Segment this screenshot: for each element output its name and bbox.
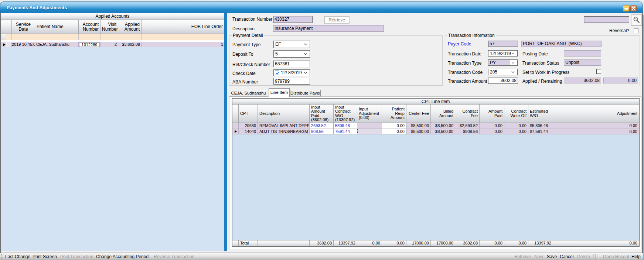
patient-resp-amount-column-header[interactable]: Patient Resp Amount: [382, 105, 406, 123]
applied-account-row[interactable]: 2019 10:45:0 CEJA, Sudhanshu 1012289 2 $…: [1, 42, 224, 47]
billed-amount-cell[interactable]: $8,500.00: [431, 123, 455, 129]
tab-line-item[interactable]: Line Item: [269, 88, 290, 97]
patient-name-column-header[interactable]: Patient Name: [35, 20, 79, 34]
adjustment-cell[interactable]: 0.00: [553, 129, 639, 134]
row-indicator-column-header[interactable]: [1, 20, 6, 34]
transaction-type-combo[interactable]: PY: [488, 59, 518, 66]
patient-name-cell[interactable]: CEJA, Sudhanshu: [35, 42, 79, 47]
amount-paid-cell[interactable]: 0.00: [480, 129, 504, 134]
filter-cell[interactable]: [12, 34, 35, 40]
input-contract-wo-column-header[interactable]: Input Contract W/O (13397.92): [334, 105, 357, 123]
ref-check-number-input[interactable]: 687361: [273, 61, 310, 67]
description-cell[interactable]: ADJT TIS TRNS/REARGM: [258, 129, 310, 134]
billed-amount-column-header[interactable]: Billed Amount: [431, 105, 455, 123]
filter-cell[interactable]: [35, 34, 79, 40]
adjustment-column-header[interactable]: Adjustment: [553, 105, 639, 123]
close-button[interactable]: ✕: [630, 5, 637, 11]
input-contract-wo-cell[interactable]: 7591.44: [334, 129, 357, 134]
cancel-menu-item[interactable]: Cancel: [560, 254, 573, 259]
filter-cell[interactable]: [79, 34, 100, 40]
contract-fee-cell[interactable]: $2,693.52: [455, 123, 480, 129]
description-cell[interactable]: REMOVAL IMPLANT DEEP: [258, 123, 310, 129]
selector-column-header[interactable]: [6, 20, 12, 34]
tab-patient-name[interactable]: CEJA, Sudhanshu: [230, 90, 267, 96]
amount-paid-column-header[interactable]: Amount Paid: [480, 105, 504, 123]
estimated-wo-cell[interactable]: $7,591.44: [528, 129, 553, 134]
center-fee-cell[interactable]: $8,500.00: [406, 129, 431, 134]
filter-cell[interactable]: [118, 34, 142, 40]
contract-writeoff-cell[interactable]: 0.00: [504, 129, 528, 134]
open-recent-menu-item[interactable]: Open Recent: [603, 254, 629, 259]
eob-line-order-cell[interactable]: 1: [142, 42, 224, 47]
check-date-picker[interactable]: 12/ 8/2019: [273, 69, 310, 76]
print-screen-menu-item[interactable]: Print Screen: [33, 254, 57, 259]
retrieve-button[interactable]: Retrieve: [324, 16, 350, 24]
applied-amount-cell[interactable]: $3,602.08: [118, 42, 142, 47]
reverse-transaction-menu-item[interactable]: Reverse Transaction: [154, 254, 194, 259]
new-menu-item[interactable]: New: [534, 254, 543, 259]
payment-type-combo[interactable]: EF: [273, 41, 310, 48]
post-transaction-menu-item[interactable]: Post Transaction: [60, 254, 93, 259]
account-number-value[interactable]: 1012289: [79, 42, 100, 47]
estimated-wo-column-header[interactable]: Estimated W/O: [528, 105, 553, 123]
patient-resp-cell[interactable]: 0.00: [382, 129, 406, 134]
input-contract-wo-cell[interactable]: 5806.48: [334, 123, 357, 129]
billed-amount-cell[interactable]: $8,500.00: [431, 129, 455, 134]
retrieve-menu-item[interactable]: Retrieve: [514, 254, 531, 259]
deposit-to-combo[interactable]: 5: [273, 50, 310, 58]
contract-writeoff-cell[interactable]: 0.00: [504, 123, 528, 129]
cpt-code-cell[interactable]: 20680: [239, 123, 258, 129]
payer-code-link[interactable]: Payer Code: [448, 41, 471, 47]
cpt-row-1[interactable]: 20680 REMOVAL IMPLANT DEEP 2693.52 5806.…: [232, 123, 639, 129]
minimize-button[interactable]: [623, 5, 629, 11]
filter-cell[interactable]: [100, 34, 118, 40]
payer-code-input[interactable]: 57: [488, 41, 518, 47]
contract-fee-cell[interactable]: $908.56: [455, 129, 480, 134]
input-adjustment-cell[interactable]: [357, 123, 382, 129]
filter-cell[interactable]: [6, 34, 12, 40]
filter-cell[interactable]: [142, 34, 224, 40]
service-date-column-header[interactable]: Service Date: [12, 20, 35, 34]
panel-splitter[interactable]: [224, 13, 227, 251]
cpt-row-2[interactable]: 14040 ADJT TIS TRNS/REARGM 908.56 7591.4…: [232, 129, 639, 134]
contract-writeoff-column-header[interactable]: Contract Write-Off: [504, 105, 528, 123]
reversal-checkbox[interactable]: [634, 28, 638, 33]
eob-line-order-column-header[interactable]: EOB Line Order: [142, 20, 224, 34]
aba-number-input[interactable]: 979789: [273, 78, 310, 85]
help-menu-item[interactable]: Help: [631, 254, 641, 259]
posting-date-input[interactable]: [564, 50, 601, 57]
account-number-cell[interactable]: 1012289: [79, 42, 100, 47]
adjustment-cell[interactable]: 0.00: [553, 123, 639, 129]
applied-amount-input[interactable]: 3602.08: [564, 78, 601, 83]
contract-fee-column-header[interactable]: Contract Fee: [455, 105, 480, 123]
input-amount-paid-cell[interactable]: 2693.52: [310, 123, 334, 129]
delete-menu-item[interactable]: Delete: [577, 254, 590, 259]
amount-paid-cell[interactable]: 0.00: [480, 123, 504, 129]
change-accounting-period-menu-item[interactable]: Change Accounting Period: [96, 254, 149, 259]
center-fee-cell[interactable]: $8,500.00: [406, 123, 431, 129]
payer-name-input[interactable]: PORT OF OAKLAND (WKC): [521, 41, 602, 47]
transaction-number-input[interactable]: 430327: [273, 16, 313, 23]
description-column-header[interactable]: Description: [258, 105, 310, 123]
transaction-status-input[interactable]: Unpost: [564, 59, 601, 66]
patient-resp-cell[interactable]: 0.00: [382, 123, 406, 129]
cpt-column-header[interactable]: CPT: [239, 105, 258, 123]
transaction-date-combo[interactable]: 12/ 9/2019: [488, 50, 518, 57]
cpt-code-cell[interactable]: 14040: [239, 129, 258, 134]
transaction-code-combo[interactable]: 205: [488, 69, 518, 75]
estimated-wo-cell[interactable]: $5,806.48: [528, 123, 553, 129]
tab-distribute-payer[interactable]: Distribute Payer: [290, 90, 321, 96]
center-fee-column-header[interactable]: Center Fee: [406, 105, 431, 123]
set-to-wip-checkbox[interactable]: [596, 69, 601, 74]
input-adjustment-column-header[interactable]: Input Adjustment (0.00): [357, 105, 382, 123]
transaction-amount-input[interactable]: 3602.08: [488, 78, 518, 84]
remaining-amount-input[interactable]: 0.00: [603, 78, 638, 83]
visit-number-column-header[interactable]: Visit Number: [100, 20, 118, 34]
search-button[interactable]: [631, 14, 642, 26]
input-amount-paid-column-header[interactable]: Input Amount Paid (3602.08): [310, 105, 334, 123]
service-date-cell[interactable]: 2019 10:45:0: [12, 42, 35, 47]
applied-amount-column-header[interactable]: Applied Amount: [118, 20, 142, 34]
description-input[interactable]: Insurance Payment: [273, 25, 384, 32]
visit-number-cell[interactable]: 2: [100, 42, 118, 47]
check-date-checkbox[interactable]: [275, 71, 279, 75]
